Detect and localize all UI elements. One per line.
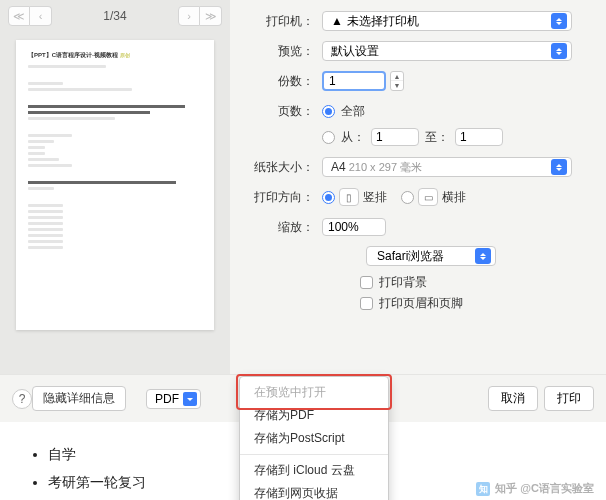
last-page-button[interactable]: ≫: [200, 6, 222, 26]
print-bg-checkbox[interactable]: [360, 276, 373, 289]
select-arrows-icon: [551, 43, 567, 59]
preview-toolbar: ≪ ‹ 1/34 › ≫: [0, 0, 230, 32]
nav-next-last-group: › ≫: [178, 6, 222, 26]
scale-input[interactable]: [322, 218, 386, 236]
copies-stepper[interactable]: ▲▼: [390, 71, 404, 91]
select-arrows-icon: [551, 159, 567, 175]
preset-value: 默认设置: [331, 43, 379, 60]
pages-from-input[interactable]: [371, 128, 419, 146]
first-page-button[interactable]: ≪: [8, 6, 30, 26]
select-arrows-icon: [475, 248, 491, 264]
portrait-icon: ▯: [339, 188, 359, 206]
cancel-button[interactable]: 取消: [488, 386, 538, 411]
copies-input[interactable]: [322, 71, 386, 91]
next-page-button[interactable]: ›: [178, 6, 200, 26]
print-headers-label: 打印页眉和页脚: [379, 295, 463, 312]
print-headers-checkbox[interactable]: [360, 297, 373, 310]
printer-value: 未选择打印机: [347, 13, 419, 30]
pages-range-radio[interactable]: [322, 131, 335, 144]
landscape-icon: ▭: [418, 188, 438, 206]
orient-portrait-radio[interactable]: [322, 191, 335, 204]
page-counter: 1/34: [56, 9, 174, 23]
orient-landscape-radio[interactable]: [401, 191, 414, 204]
prev-page-button[interactable]: ‹: [30, 6, 52, 26]
menu-separator: [240, 454, 388, 455]
caret-down-icon: [183, 392, 197, 406]
paper-label: 纸张大小：: [230, 159, 322, 176]
preset-select[interactable]: 默认设置: [322, 41, 572, 61]
print-bg-label: 打印背景: [379, 274, 427, 291]
warning-icon: ▲: [331, 14, 343, 28]
zhihu-icon: 知: [476, 482, 490, 496]
document-preview: 【PPT】C语言程序设计-视频教程 原创: [16, 40, 214, 330]
pages-to-input[interactable]: [455, 128, 503, 146]
nav-first-prev-group: ≪ ‹: [8, 6, 52, 26]
preset-label: 预览：: [230, 43, 322, 60]
printer-select[interactable]: ▲ 未选择打印机: [322, 11, 572, 31]
print-dialog: ≪ ‹ 1/34 › ≫ 【PPT】C语言程序设计-视频教程 原创: [0, 0, 606, 374]
printer-label: 打印机：: [230, 13, 322, 30]
print-button[interactable]: 打印: [544, 386, 594, 411]
hide-details-button[interactable]: 隐藏详细信息: [32, 386, 126, 411]
copies-label: 份数：: [230, 73, 322, 90]
orient-label: 打印方向：: [230, 189, 322, 206]
pdf-menu-save-icloud[interactable]: 存储到 iCloud 云盘: [240, 459, 388, 482]
settings-pane: 打印机： ▲ 未选择打印机 预览： 默认设置 份数： ▲: [230, 0, 606, 374]
preview-pane: ≪ ‹ 1/34 › ≫ 【PPT】C语言程序设计-视频教程 原创: [0, 0, 230, 374]
pdf-menu-save-web[interactable]: 存储到网页收据: [240, 482, 388, 500]
pdf-menu-save-as-ps[interactable]: 存储为PostScript: [240, 427, 388, 450]
paper-dim: 210 x 297 毫米: [349, 160, 422, 175]
pages-all-label: 全部: [341, 103, 365, 120]
pages-to-label: 至：: [425, 129, 449, 146]
pages-from-label: 从：: [341, 129, 365, 146]
pdf-menu: 在预览中打开 存储为PDF 存储为PostScript 存储到 iCloud 云…: [239, 376, 389, 500]
app-section-select[interactable]: Safari浏览器: [366, 246, 496, 266]
paper-size-select[interactable]: A4 210 x 297 毫米: [322, 157, 572, 177]
help-button[interactable]: ?: [12, 389, 32, 409]
pdf-label: PDF: [155, 392, 179, 406]
pdf-menu-open-preview[interactable]: 在预览中打开: [240, 381, 388, 404]
pages-label: 页数：: [230, 103, 322, 120]
scale-label: 缩放：: [230, 219, 322, 236]
select-arrows-icon: [551, 13, 567, 29]
pages-all-radio[interactable]: [322, 105, 335, 118]
pdf-menu-save-as-pdf[interactable]: 存储为PDF: [240, 404, 388, 427]
watermark: 知 知乎 @C语言实验室: [476, 481, 594, 496]
app-name: Safari浏览器: [377, 248, 444, 265]
paper-value: A4: [331, 160, 346, 174]
pdf-dropdown-button[interactable]: PDF: [146, 389, 201, 409]
